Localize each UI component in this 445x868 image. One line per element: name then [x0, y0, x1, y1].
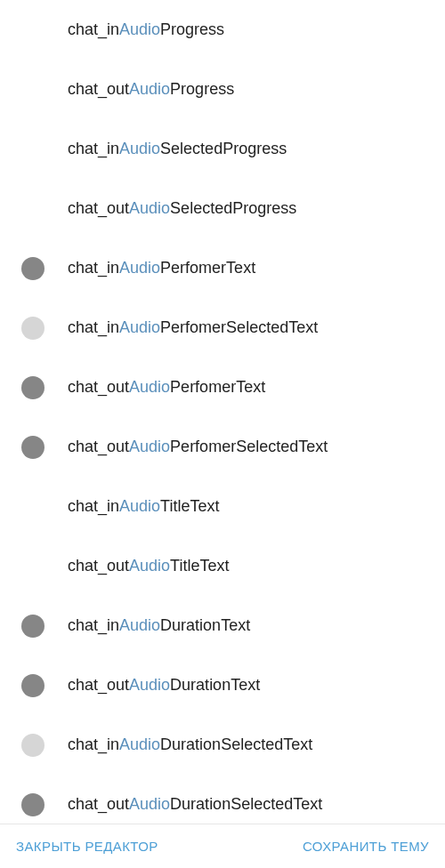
color-swatch: [21, 615, 44, 638]
color-swatch: [21, 317, 44, 340]
theme-key-label: chat_inAudioTitleText: [68, 497, 219, 516]
label-highlight: Audio: [129, 795, 170, 813]
color-swatch: [21, 376, 44, 399]
theme-key-label: chat_inAudioPerfomerText: [68, 259, 255, 277]
theme-key-label: chat_inAudioDurationText: [68, 616, 250, 635]
label-suffix: PerfomerSelectedText: [160, 318, 318, 336]
list-item[interactable]: chat_inAudioDurationText: [0, 596, 445, 655]
theme-key-label: chat_inAudioPerfomerSelectedText: [68, 318, 318, 337]
label-highlight: Audio: [119, 616, 160, 634]
list-item[interactable]: chat_outAudioPerfomerText: [0, 358, 445, 417]
label-suffix: DurationText: [160, 616, 250, 634]
label-prefix: chat_out: [68, 795, 129, 813]
label-suffix: DurationSelectedText: [160, 735, 312, 753]
label-suffix: PerfomerSelectedText: [170, 438, 328, 455]
list-item[interactable]: chat_inAudioTitleText: [0, 477, 445, 536]
footer-bar: ЗАКРЫТЬ РЕДАКТОР СОХРАНИТЬ ТЕМУ: [0, 824, 445, 868]
label-prefix: chat_out: [68, 438, 129, 455]
swatch-spacer: [21, 138, 44, 161]
swatch-spacer: [21, 555, 44, 578]
label-prefix: chat_out: [68, 199, 129, 217]
label-suffix: SelectedProgress: [170, 199, 296, 217]
label-highlight: Audio: [129, 80, 170, 98]
label-highlight: Audio: [119, 318, 160, 336]
label-prefix: chat_in: [68, 735, 119, 753]
label-suffix: PerfomerText: [160, 259, 255, 277]
label-highlight: Audio: [129, 438, 170, 455]
color-swatch: [21, 734, 44, 757]
theme-key-label: chat_inAudioProgress: [68, 20, 224, 39]
list-item[interactable]: chat_inAudioSelectedProgress: [0, 119, 445, 179]
color-swatch: [21, 257, 44, 280]
label-highlight: Audio: [119, 140, 160, 157]
theme-key-label: chat_outAudioProgress: [68, 80, 234, 99]
label-prefix: chat_in: [68, 20, 119, 38]
list-item[interactable]: chat_outAudioPerfomerSelectedText: [0, 417, 445, 477]
close-editor-button[interactable]: ЗАКРЫТЬ РЕДАКТОР: [16, 839, 158, 854]
theme-key-label: chat_outAudioSelectedProgress: [68, 199, 296, 218]
theme-key-label: chat_outAudioTitleText: [68, 557, 229, 575]
label-highlight: Audio: [119, 259, 160, 277]
theme-key-label: chat_outAudioDurationText: [68, 676, 260, 695]
label-suffix: Progress: [160, 20, 224, 38]
label-highlight: Audio: [129, 199, 170, 217]
theme-key-label: chat_inAudioSelectedProgress: [68, 140, 287, 158]
label-prefix: chat_out: [68, 557, 129, 575]
color-swatch: [21, 436, 44, 459]
label-prefix: chat_in: [68, 318, 119, 336]
label-highlight: Audio: [119, 497, 160, 515]
list-item[interactable]: chat_inAudioPerfomerSelectedText: [0, 298, 445, 358]
label-suffix: DurationSelectedText: [170, 795, 322, 813]
label-suffix: SelectedProgress: [160, 140, 287, 157]
label-prefix: chat_in: [68, 616, 119, 634]
color-swatch: [21, 793, 44, 816]
label-highlight: Audio: [129, 557, 170, 575]
label-prefix: chat_out: [68, 80, 129, 98]
list-item[interactable]: chat_inAudioProgress: [0, 0, 445, 60]
label-suffix: PerfomerText: [170, 378, 265, 396]
theme-key-label: chat_outAudioPerfomerSelectedText: [68, 438, 328, 456]
label-suffix: TitleText: [160, 497, 219, 515]
label-suffix: Progress: [170, 80, 234, 98]
label-prefix: chat_in: [68, 497, 119, 515]
swatch-spacer: [21, 197, 44, 221]
list-item[interactable]: chat_outAudioSelectedProgress: [0, 179, 445, 238]
label-highlight: Audio: [119, 735, 160, 753]
list-item[interactable]: chat_outAudioDurationText: [0, 655, 445, 715]
theme-key-list[interactable]: chat_inAudioProgresschat_outAudioProgres…: [0, 0, 445, 824]
label-highlight: Audio: [119, 20, 160, 38]
label-prefix: chat_out: [68, 378, 129, 396]
color-swatch: [21, 674, 44, 697]
swatch-spacer: [21, 78, 44, 101]
list-item[interactable]: chat_outAudioProgress: [0, 60, 445, 119]
label-suffix: TitleText: [170, 557, 229, 575]
list-item[interactable]: chat_inAudioDurationSelectedText: [0, 715, 445, 775]
list-item[interactable]: chat_outAudioDurationSelectedText: [0, 775, 445, 824]
theme-key-label: chat_outAudioPerfomerText: [68, 378, 265, 397]
swatch-spacer: [21, 19, 44, 42]
theme-key-label: chat_outAudioDurationSelectedText: [68, 795, 322, 814]
theme-key-label: chat_inAudioDurationSelectedText: [68, 735, 312, 754]
list-item[interactable]: chat_inAudioPerfomerText: [0, 238, 445, 298]
label-prefix: chat_out: [68, 676, 129, 694]
label-suffix: DurationText: [170, 676, 260, 694]
label-highlight: Audio: [129, 676, 170, 694]
swatch-spacer: [21, 495, 44, 518]
label-highlight: Audio: [129, 378, 170, 396]
list-item[interactable]: chat_outAudioTitleText: [0, 536, 445, 596]
label-prefix: chat_in: [68, 259, 119, 277]
label-prefix: chat_in: [68, 140, 119, 157]
save-theme-button[interactable]: СОХРАНИТЬ ТЕМУ: [303, 839, 429, 854]
